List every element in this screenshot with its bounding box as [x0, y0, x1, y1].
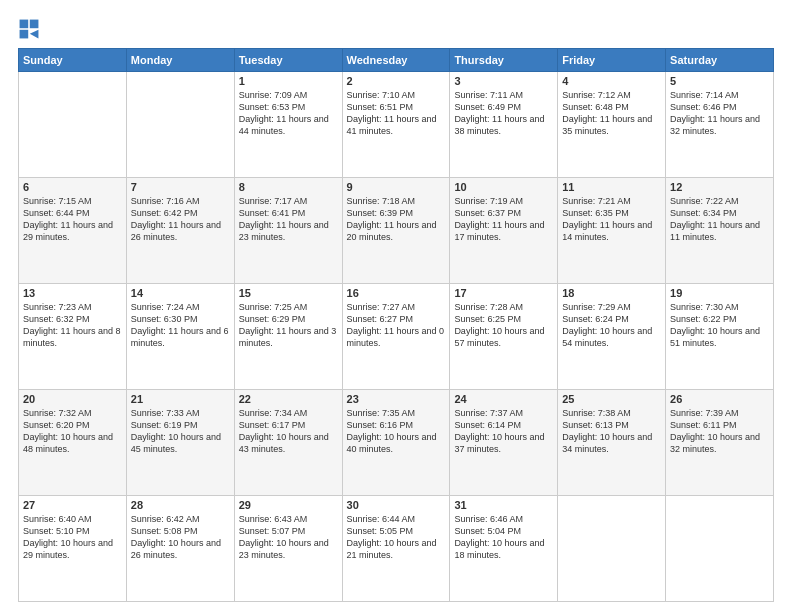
day-number: 21	[131, 393, 230, 405]
day-number: 10	[454, 181, 553, 193]
calendar-cell: 31Sunrise: 6:46 AM Sunset: 5:04 PM Dayli…	[450, 496, 558, 602]
weekday-header-wednesday: Wednesday	[342, 49, 450, 72]
calendar-cell: 5Sunrise: 7:14 AM Sunset: 6:46 PM Daylig…	[666, 72, 774, 178]
day-info: Sunrise: 7:10 AM Sunset: 6:51 PM Dayligh…	[347, 89, 446, 138]
day-number: 3	[454, 75, 553, 87]
weekday-header-thursday: Thursday	[450, 49, 558, 72]
day-number: 29	[239, 499, 338, 511]
calendar-week-4: 20Sunrise: 7:32 AM Sunset: 6:20 PM Dayli…	[19, 390, 774, 496]
day-info: Sunrise: 7:29 AM Sunset: 6:24 PM Dayligh…	[562, 301, 661, 350]
day-info: Sunrise: 7:37 AM Sunset: 6:14 PM Dayligh…	[454, 407, 553, 456]
day-number: 9	[347, 181, 446, 193]
calendar-cell: 1Sunrise: 7:09 AM Sunset: 6:53 PM Daylig…	[234, 72, 342, 178]
calendar-cell: 19Sunrise: 7:30 AM Sunset: 6:22 PM Dayli…	[666, 284, 774, 390]
day-info: Sunrise: 7:21 AM Sunset: 6:35 PM Dayligh…	[562, 195, 661, 244]
day-info: Sunrise: 7:39 AM Sunset: 6:11 PM Dayligh…	[670, 407, 769, 456]
day-info: Sunrise: 7:34 AM Sunset: 6:17 PM Dayligh…	[239, 407, 338, 456]
logo	[18, 18, 42, 40]
calendar-cell: 24Sunrise: 7:37 AM Sunset: 6:14 PM Dayli…	[450, 390, 558, 496]
day-number: 20	[23, 393, 122, 405]
day-number: 31	[454, 499, 553, 511]
day-info: Sunrise: 7:27 AM Sunset: 6:27 PM Dayligh…	[347, 301, 446, 350]
svg-rect-0	[20, 20, 29, 29]
weekday-header-monday: Monday	[126, 49, 234, 72]
day-number: 11	[562, 181, 661, 193]
page: SundayMondayTuesdayWednesdayThursdayFrid…	[0, 0, 792, 612]
calendar-cell: 21Sunrise: 7:33 AM Sunset: 6:19 PM Dayli…	[126, 390, 234, 496]
day-info: Sunrise: 7:22 AM Sunset: 6:34 PM Dayligh…	[670, 195, 769, 244]
calendar-cell: 2Sunrise: 7:10 AM Sunset: 6:51 PM Daylig…	[342, 72, 450, 178]
calendar-cell: 9Sunrise: 7:18 AM Sunset: 6:39 PM Daylig…	[342, 178, 450, 284]
calendar-cell: 8Sunrise: 7:17 AM Sunset: 6:41 PM Daylig…	[234, 178, 342, 284]
calendar-cell: 30Sunrise: 6:44 AM Sunset: 5:05 PM Dayli…	[342, 496, 450, 602]
day-number: 24	[454, 393, 553, 405]
day-info: Sunrise: 7:09 AM Sunset: 6:53 PM Dayligh…	[239, 89, 338, 138]
calendar-week-1: 1Sunrise: 7:09 AM Sunset: 6:53 PM Daylig…	[19, 72, 774, 178]
day-number: 4	[562, 75, 661, 87]
header	[18, 18, 774, 40]
day-number: 18	[562, 287, 661, 299]
calendar-cell: 3Sunrise: 7:11 AM Sunset: 6:49 PM Daylig…	[450, 72, 558, 178]
day-number: 27	[23, 499, 122, 511]
calendar-cell: 13Sunrise: 7:23 AM Sunset: 6:32 PM Dayli…	[19, 284, 127, 390]
calendar-cell: 16Sunrise: 7:27 AM Sunset: 6:27 PM Dayli…	[342, 284, 450, 390]
day-number: 7	[131, 181, 230, 193]
calendar-table: SundayMondayTuesdayWednesdayThursdayFrid…	[18, 48, 774, 602]
weekday-header-sunday: Sunday	[19, 49, 127, 72]
calendar-cell: 6Sunrise: 7:15 AM Sunset: 6:44 PM Daylig…	[19, 178, 127, 284]
calendar-cell: 15Sunrise: 7:25 AM Sunset: 6:29 PM Dayli…	[234, 284, 342, 390]
day-info: Sunrise: 6:44 AM Sunset: 5:05 PM Dayligh…	[347, 513, 446, 562]
day-number: 8	[239, 181, 338, 193]
day-info: Sunrise: 7:15 AM Sunset: 6:44 PM Dayligh…	[23, 195, 122, 244]
day-number: 28	[131, 499, 230, 511]
calendar-cell: 17Sunrise: 7:28 AM Sunset: 6:25 PM Dayli…	[450, 284, 558, 390]
calendar-week-2: 6Sunrise: 7:15 AM Sunset: 6:44 PM Daylig…	[19, 178, 774, 284]
day-info: Sunrise: 7:14 AM Sunset: 6:46 PM Dayligh…	[670, 89, 769, 138]
weekday-header-row: SundayMondayTuesdayWednesdayThursdayFrid…	[19, 49, 774, 72]
day-info: Sunrise: 7:12 AM Sunset: 6:48 PM Dayligh…	[562, 89, 661, 138]
calendar-cell: 7Sunrise: 7:16 AM Sunset: 6:42 PM Daylig…	[126, 178, 234, 284]
day-info: Sunrise: 7:16 AM Sunset: 6:42 PM Dayligh…	[131, 195, 230, 244]
calendar-cell: 29Sunrise: 6:43 AM Sunset: 5:07 PM Dayli…	[234, 496, 342, 602]
day-info: Sunrise: 7:30 AM Sunset: 6:22 PM Dayligh…	[670, 301, 769, 350]
calendar-cell	[126, 72, 234, 178]
weekday-header-tuesday: Tuesday	[234, 49, 342, 72]
day-number: 17	[454, 287, 553, 299]
calendar-cell: 26Sunrise: 7:39 AM Sunset: 6:11 PM Dayli…	[666, 390, 774, 496]
calendar-cell: 22Sunrise: 7:34 AM Sunset: 6:17 PM Dayli…	[234, 390, 342, 496]
calendar-cell	[19, 72, 127, 178]
calendar-cell: 4Sunrise: 7:12 AM Sunset: 6:48 PM Daylig…	[558, 72, 666, 178]
calendar-cell: 25Sunrise: 7:38 AM Sunset: 6:13 PM Dayli…	[558, 390, 666, 496]
svg-rect-2	[20, 30, 29, 39]
calendar-cell: 28Sunrise: 6:42 AM Sunset: 5:08 PM Dayli…	[126, 496, 234, 602]
day-number: 15	[239, 287, 338, 299]
day-info: Sunrise: 7:18 AM Sunset: 6:39 PM Dayligh…	[347, 195, 446, 244]
calendar-cell: 18Sunrise: 7:29 AM Sunset: 6:24 PM Dayli…	[558, 284, 666, 390]
calendar-week-5: 27Sunrise: 6:40 AM Sunset: 5:10 PM Dayli…	[19, 496, 774, 602]
day-number: 1	[239, 75, 338, 87]
day-info: Sunrise: 7:35 AM Sunset: 6:16 PM Dayligh…	[347, 407, 446, 456]
day-info: Sunrise: 7:24 AM Sunset: 6:30 PM Dayligh…	[131, 301, 230, 350]
day-number: 25	[562, 393, 661, 405]
day-number: 26	[670, 393, 769, 405]
day-info: Sunrise: 7:28 AM Sunset: 6:25 PM Dayligh…	[454, 301, 553, 350]
calendar-cell: 12Sunrise: 7:22 AM Sunset: 6:34 PM Dayli…	[666, 178, 774, 284]
day-number: 30	[347, 499, 446, 511]
day-info: Sunrise: 7:25 AM Sunset: 6:29 PM Dayligh…	[239, 301, 338, 350]
calendar-week-3: 13Sunrise: 7:23 AM Sunset: 6:32 PM Dayli…	[19, 284, 774, 390]
day-info: Sunrise: 6:46 AM Sunset: 5:04 PM Dayligh…	[454, 513, 553, 562]
calendar-cell: 14Sunrise: 7:24 AM Sunset: 6:30 PM Dayli…	[126, 284, 234, 390]
calendar-cell: 23Sunrise: 7:35 AM Sunset: 6:16 PM Dayli…	[342, 390, 450, 496]
calendar-cell	[558, 496, 666, 602]
day-number: 5	[670, 75, 769, 87]
day-number: 6	[23, 181, 122, 193]
calendar-cell: 27Sunrise: 6:40 AM Sunset: 5:10 PM Dayli…	[19, 496, 127, 602]
day-number: 19	[670, 287, 769, 299]
logo-icon	[18, 18, 40, 40]
svg-rect-1	[30, 20, 39, 29]
day-info: Sunrise: 6:40 AM Sunset: 5:10 PM Dayligh…	[23, 513, 122, 562]
day-info: Sunrise: 6:42 AM Sunset: 5:08 PM Dayligh…	[131, 513, 230, 562]
day-info: Sunrise: 7:11 AM Sunset: 6:49 PM Dayligh…	[454, 89, 553, 138]
day-number: 23	[347, 393, 446, 405]
day-number: 14	[131, 287, 230, 299]
